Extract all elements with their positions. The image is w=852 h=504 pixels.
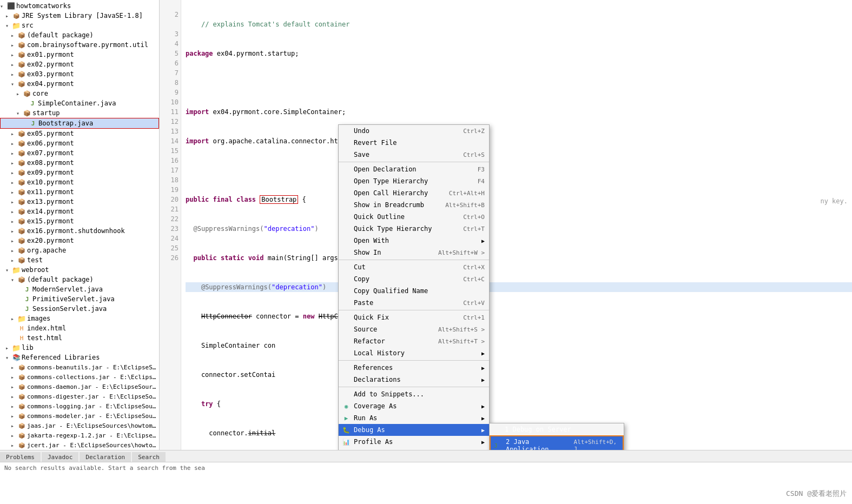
menu-save[interactable]: Save Ctrl+S: [339, 149, 489, 161]
sidebar-item-ex02[interactable]: 📦 ex02.pyrmont: [0, 59, 159, 69]
submenu-java-application[interactable]: J 2 Java Application Alt+Shift+D, J: [490, 435, 624, 450]
sidebar-item-webroot[interactable]: 📁 webroot: [0, 265, 159, 275]
expand-icon[interactable]: [5, 267, 11, 273]
sidebar-item-sessionservlet[interactable]: J SessionServlet.java: [0, 304, 159, 314]
expand-icon[interactable]: [11, 189, 16, 195]
tab-declaration[interactable]: Declaration: [80, 452, 131, 462]
expand-icon[interactable]: [11, 199, 16, 205]
sidebar-item-bootstrap[interactable]: J Bootstrap.java: [0, 118, 159, 129]
sidebar-item-core[interactable]: 📦 core: [0, 89, 159, 98]
sidebar-item-ref-libs[interactable]: 📚 Referenced Libraries: [0, 353, 159, 362]
expand-icon[interactable]: [11, 384, 16, 390]
menu-show-in[interactable]: Show In Alt+Shift+W >: [339, 247, 489, 258]
sidebar-item-modernservlet[interactable]: J ModernServlet.java: [0, 284, 159, 294]
menu-revert[interactable]: Revert File: [339, 137, 489, 149]
menu-paste[interactable]: Paste Ctrl+V: [339, 297, 489, 309]
expand-icon[interactable]: [11, 316, 16, 322]
expand-icon[interactable]: [11, 131, 16, 137]
expand-icon[interactable]: [11, 42, 16, 48]
sidebar-item-root[interactable]: ⬛ howtomcatworks: [0, 1, 159, 11]
menu-quick-type-hierarchy[interactable]: Quick Type Hierarchy Ctrl+T: [339, 223, 489, 235]
expand-icon[interactable]: [11, 374, 16, 380]
expand-icon[interactable]: [11, 364, 16, 370]
expand-icon[interactable]: [11, 433, 16, 439]
sidebar-item-commons-daemon[interactable]: 📦 commons-daemon.jar - E:\EclipseSource: [0, 382, 159, 392]
sidebar-item-primitiveservlet[interactable]: J PrimitiveServlet.java: [0, 294, 159, 304]
expand-icon[interactable]: [11, 257, 16, 263]
sidebar-item-ex13[interactable]: 📦 ex13.pyrmont: [0, 197, 159, 207]
expand-icon[interactable]: [11, 394, 16, 400]
expand-icon[interactable]: [11, 442, 16, 448]
sidebar-item-startup[interactable]: 📦 startup: [0, 108, 159, 118]
expand-icon[interactable]: [11, 52, 16, 58]
menu-open-call-hierarchy[interactable]: Open Call Hierarchy Ctrl+Alt+H: [339, 187, 489, 199]
sidebar-item-commons-digester[interactable]: 📦 commons-digester.jar - E:\EclipseSourc…: [0, 392, 159, 401]
sidebar-item-jakarta-regexp[interactable]: 📦 jakarta-regexp-1.2.jar - E:\EclipseSou…: [0, 430, 159, 440]
expand-icon[interactable]: [16, 110, 22, 116]
sidebar-item-test-html[interactable]: H test.html: [0, 333, 159, 343]
menu-quick-outline[interactable]: Quick Outline Ctrl+O: [339, 211, 489, 223]
submenu-debug-server[interactable]: 1 Debug on Server: [490, 423, 624, 435]
sidebar-item-ex04[interactable]: 📦 ex04.pyrmont: [0, 79, 159, 89]
menu-run-as[interactable]: ▶ Run As ▶: [339, 412, 489, 424]
menu-local-history[interactable]: Local History ▶: [339, 347, 489, 359]
expand-icon[interactable]: [11, 160, 16, 166]
sidebar-item-jaas[interactable]: 📦 jaas.jar - E:\EclipseSources\howtomcat…: [0, 421, 159, 430]
menu-show-breadcrumb[interactable]: Show in Breadcrumb Alt+Shift+B: [339, 199, 489, 211]
sidebar-item-images[interactable]: 📁 images: [0, 314, 159, 323]
sidebar-item-src[interactable]: 📁 src: [0, 21, 159, 30]
expand-icon[interactable]: [16, 91, 22, 97]
menu-references[interactable]: References ▶: [339, 362, 489, 374]
menu-coverage-as[interactable]: ◉ Coverage As ▶: [339, 400, 489, 412]
tab-javadoc[interactable]: Javadoc: [42, 452, 78, 462]
expand-icon[interactable]: [11, 413, 16, 419]
sidebar-item-jre[interactable]: 📦 JRE System Library [JavaSE-1.8]: [0, 11, 159, 21]
sidebar-item-ex20[interactable]: 📦 ex20.pyrmont: [0, 236, 159, 246]
sidebar-item-lib[interactable]: 📁 lib: [0, 343, 159, 353]
sidebar-item-commons-logging[interactable]: 📦 commons-logging.jar - E:\EclipseSource: [0, 401, 159, 411]
sidebar-item-org-apache[interactable]: 📦 org.apache: [0, 246, 159, 255]
menu-cut[interactable]: Cut Ctrl+X: [339, 261, 489, 273]
sidebar-item-commons-collections[interactable]: 📦 commons-collections.jar - E:\EclipseSo…: [0, 372, 159, 382]
menu-copy-qualified[interactable]: Copy Qualified Name: [339, 285, 489, 297]
sidebar-item-ex11[interactable]: 📦 ex11.pyrmont: [0, 187, 159, 197]
menu-refactor[interactable]: Refactor Alt+Shift+T >: [339, 335, 489, 347]
expand-icon[interactable]: [11, 423, 16, 429]
expand-icon[interactable]: [5, 23, 11, 29]
expand-icon[interactable]: [11, 150, 16, 156]
sidebar-item-webroot-default[interactable]: 📦 (default package): [0, 275, 159, 284]
sidebar-item-ex15[interactable]: 📦 ex15.pyrmont: [0, 216, 159, 226]
menu-copy[interactable]: Copy Ctrl+C: [339, 273, 489, 285]
expand-icon[interactable]: [11, 238, 16, 244]
sidebar-item-ex10[interactable]: 📦 ex10.pyrmont: [0, 177, 159, 187]
sidebar-item-simplecontainer[interactable]: J SimpleContainer.java: [0, 98, 159, 108]
menu-open-type-hierarchy[interactable]: Open Type Hierarchy F4: [339, 175, 489, 187]
tab-search[interactable]: Search: [132, 452, 166, 462]
expand-icon[interactable]: [0, 3, 5, 9]
expand-icon[interactable]: [11, 403, 16, 409]
sidebar-item-ex05[interactable]: 📦 ex05.pyrmont: [0, 129, 159, 138]
tab-problems[interactable]: Problems: [0, 452, 41, 462]
sidebar-item-ex08[interactable]: 📦 ex08.pyrmont: [0, 158, 159, 168]
menu-open-with[interactable]: Open With ▶: [339, 235, 489, 247]
sidebar-item-jcert[interactable]: 📦 jcert.jar - E:\EclipseSources\howtomca…: [0, 440, 159, 450]
expand-icon[interactable]: [11, 180, 16, 185]
menu-quick-fix[interactable]: Quick Fix Ctrl+1: [339, 311, 489, 323]
menu-add-snippets[interactable]: Add to Snippets...: [339, 388, 489, 400]
menu-undo[interactable]: Undo Ctrl+Z: [339, 125, 489, 137]
sidebar-item-ex01[interactable]: 📦 ex01.pyrmont: [0, 50, 159, 59]
sidebar-item-ex14[interactable]: 📦 ex14.pyrmont: [0, 207, 159, 216]
sidebar-item-index-html[interactable]: H index.html: [0, 323, 159, 333]
menu-team[interactable]: Team ▶: [339, 448, 489, 450]
menu-source[interactable]: Source Alt+Shift+S >: [339, 323, 489, 335]
expand-icon[interactable]: [5, 13, 11, 19]
expand-icon[interactable]: [11, 32, 16, 38]
menu-debug-as[interactable]: 🐛 Debug As ▶ 1 Debug on Server J 2 Java …: [339, 424, 489, 436]
expand-icon[interactable]: [5, 355, 11, 361]
expand-icon[interactable]: [11, 170, 16, 176]
sidebar-item-test[interactable]: 📦 test: [0, 255, 159, 265]
menu-profile-as[interactable]: 📊 Profile As ▶: [339, 436, 489, 448]
sidebar-item-ex07[interactable]: 📦 ex07.pyrmont: [0, 148, 159, 158]
sidebar-item-default-pkg[interactable]: 📦 (default package): [0, 30, 159, 40]
expand-icon[interactable]: [11, 209, 16, 215]
